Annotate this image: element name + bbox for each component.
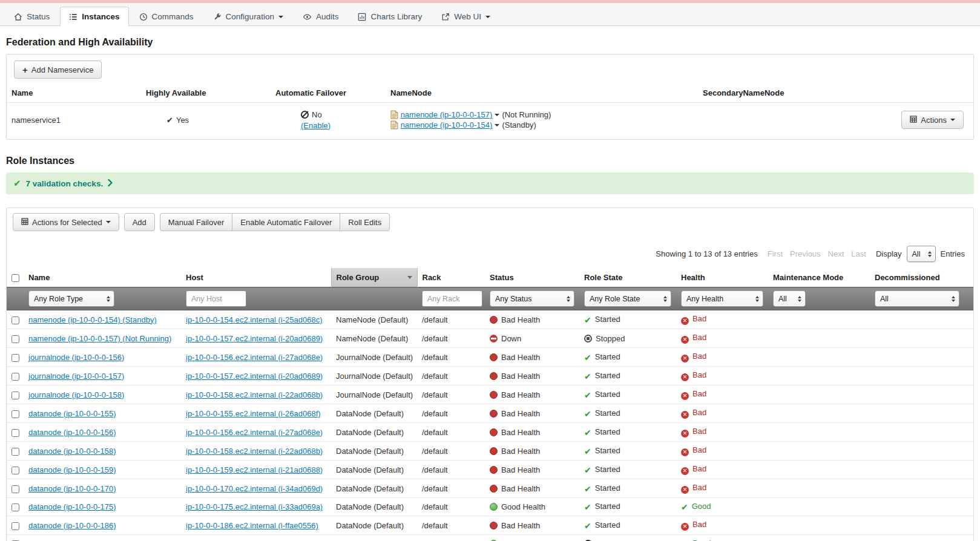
- row-checkbox[interactable]: [12, 485, 19, 493]
- host-link[interactable]: ip-10-0-0-186.ec2.internal (i-ffae0556): [186, 521, 318, 530]
- namenode-state: (Standby): [502, 120, 536, 130]
- enable-failover-link[interactable]: (Enable): [301, 121, 331, 130]
- manual-failover-button[interactable]: Manual Failover: [160, 213, 233, 231]
- instances-toolbar: Actions for Selected Add Manual Failover…: [7, 208, 973, 236]
- last-page-link[interactable]: Last: [851, 249, 866, 258]
- status-filter[interactable]: Any Status: [490, 290, 574, 307]
- host-link[interactable]: ip-10-0-0-154.ec2.internal (i-25ad068c): [186, 315, 322, 324]
- validation-banner[interactable]: ✔ 7 validation checks.: [6, 172, 974, 194]
- status-cell: None: [485, 535, 579, 541]
- row-checkbox[interactable]: [12, 448, 19, 456]
- validation-checks-link[interactable]: 7 validation checks.: [26, 179, 104, 188]
- role-instance-link[interactable]: datanode (ip-10-0-0-159): [28, 465, 116, 474]
- role-state-icon: [584, 465, 591, 475]
- federation-table: Name Highly Available Automatic Failover…: [7, 84, 973, 139]
- add-nameservice-button[interactable]: + Add Nameservice: [14, 61, 102, 79]
- role-group-cell: DataNode (Default): [331, 516, 417, 535]
- row-checkbox[interactable]: [12, 410, 19, 418]
- row-checkbox[interactable]: [12, 335, 19, 343]
- host-link[interactable]: ip-10-0-0-156.ec2.internal (i-27ad068e): [186, 428, 323, 437]
- col-status[interactable]: Status: [485, 268, 579, 287]
- tab-configuration[interactable]: Configuration: [204, 7, 292, 26]
- decommissioned-filter-value: All: [880, 295, 889, 303]
- row-checkbox[interactable]: [12, 354, 19, 362]
- tab-web-ui[interactable]: Web UI: [432, 7, 499, 26]
- role-instance-link[interactable]: datanode (ip-10-0-0-175): [28, 502, 116, 511]
- tab-charts-library[interactable]: Charts Library: [349, 7, 431, 26]
- role-state-label: Started: [595, 390, 620, 399]
- maintenance-mode-filter[interactable]: All: [773, 290, 806, 307]
- tab-audits[interactable]: Audits: [294, 7, 348, 26]
- maintenance-mode-cell: [768, 442, 870, 461]
- role-group-cell: DataNode (Default): [331, 479, 417, 498]
- status-cell: Bad Health: [485, 423, 579, 442]
- role-instance-link[interactable]: journalnode (ip-10-0-0-157): [28, 372, 124, 381]
- role-instance-link[interactable]: datanode (ip-10-0-0-158): [28, 447, 116, 456]
- health-filter[interactable]: Any Health: [681, 290, 763, 307]
- col-host[interactable]: Host: [181, 268, 331, 287]
- col-name[interactable]: Name: [24, 268, 181, 287]
- row-checkbox[interactable]: [12, 522, 19, 530]
- nameservice-actions-button[interactable]: Actions: [901, 111, 964, 129]
- host-link[interactable]: ip-10-0-0-156.ec2.internal (i-27ad068e): [186, 353, 323, 362]
- host-link[interactable]: ip-10-0-0-159.ec2.internal (i-21ad0688): [186, 465, 323, 474]
- role-state-filter[interactable]: Any Role State: [584, 290, 671, 307]
- row-checkbox[interactable]: [12, 373, 19, 381]
- host-link[interactable]: ip-10-0-0-157.ec2.internal (i-20ad0689): [186, 334, 323, 343]
- table-row: datanode (ip-10-0-0-155) ip-10-0-0-155.e…: [7, 404, 973, 423]
- decommissioned-filter[interactable]: All: [875, 290, 959, 307]
- table-row: datanode (ip-10-0-0-158) ip-10-0-0-158.e…: [7, 442, 973, 461]
- role-instance-link[interactable]: datanode (ip-10-0-0-170): [28, 484, 116, 493]
- role-instance-link[interactable]: datanode (ip-10-0-0-156): [28, 428, 116, 437]
- col-decommissioned[interactable]: Decommissioned: [870, 268, 973, 287]
- host-link[interactable]: ip-10-0-0-157.ec2.internal (i-20ad0689): [186, 372, 323, 381]
- host-link[interactable]: ip-10-0-0-175.ec2.internal (i-33ad069a): [186, 502, 323, 511]
- role-instance-link[interactable]: namenode (ip-10-0-0-154) (Standby): [28, 315, 157, 324]
- host-link[interactable]: ip-10-0-0-155.ec2.internal (i-26ad068f): [186, 409, 321, 418]
- actions-for-selected-button[interactable]: Actions for Selected: [13, 213, 119, 231]
- status-cell: Bad Health: [485, 367, 579, 385]
- col-maintenance-mode[interactable]: Maintenance Mode: [768, 268, 870, 287]
- role-instance-link[interactable]: journalnode (ip-10-0-0-156): [28, 353, 124, 362]
- row-checkbox[interactable]: [12, 316, 19, 324]
- namenode-menu-caret-icon[interactable]: [495, 114, 499, 116]
- namenode-link[interactable]: namenode (ip-10-0-0-157): [401, 110, 493, 119]
- table-row: datanode (ip-10-0-0-159) ip-10-0-0-159.e…: [7, 461, 973, 479]
- role-instance-link[interactable]: namenode (ip-10-0-0-157) (Not Running): [28, 334, 171, 343]
- display-entries-select[interactable]: All: [907, 246, 936, 262]
- row-checkbox[interactable]: [12, 503, 19, 511]
- status-label: Bad Health: [501, 447, 540, 456]
- row-checkbox[interactable]: [12, 392, 19, 399]
- add-button[interactable]: Add: [124, 213, 155, 231]
- col-role-group[interactable]: Role Group: [331, 268, 417, 287]
- host-link[interactable]: ip-10-0-0-158.ec2.internal (i-22ad068b): [186, 447, 323, 456]
- first-page-link[interactable]: First: [768, 249, 783, 258]
- next-page-link[interactable]: Next: [828, 249, 844, 258]
- row-checkbox[interactable]: [12, 429, 19, 437]
- row-checkbox[interactable]: [12, 467, 19, 474]
- col-rack[interactable]: Rack: [417, 268, 485, 287]
- role-instance-link[interactable]: journalnode (ip-10-0-0-158): [28, 390, 124, 399]
- rack-filter-input[interactable]: [422, 290, 482, 307]
- role-type-filter[interactable]: Any Role Type: [28, 290, 114, 307]
- tab-status[interactable]: Status: [5, 7, 59, 26]
- select-all-checkbox[interactable]: [12, 274, 19, 282]
- tab-instances[interactable]: Instances: [60, 7, 128, 26]
- health-cell: Bad: [676, 479, 768, 498]
- previous-page-link[interactable]: Previous: [790, 249, 821, 258]
- host-filter-input[interactable]: [186, 290, 246, 307]
- role-instance-link[interactable]: datanode (ip-10-0-0-186): [28, 521, 116, 530]
- role-instance-link[interactable]: datanode (ip-10-0-0-155): [28, 409, 116, 418]
- roll-edits-button[interactable]: Roll Edits: [340, 213, 390, 231]
- namenode-link[interactable]: namenode (ip-10-0-0-154): [401, 120, 493, 130]
- enable-automatic-failover-button[interactable]: Enable Automatic Failover: [232, 213, 340, 231]
- col-health[interactable]: Health: [676, 268, 768, 287]
- status-filter-value: Any Status: [495, 295, 531, 303]
- status-icon: [490, 410, 498, 418]
- host-link[interactable]: ip-10-0-0-170.ec2.internal (i-34ad069d): [186, 484, 323, 493]
- host-link[interactable]: ip-10-0-0-158.ec2.internal (i-22ad068b): [186, 390, 323, 399]
- col-role-state[interactable]: Role State: [579, 268, 676, 287]
- decommissioned-cell: [870, 535, 973, 541]
- tab-commands[interactable]: Commands: [130, 7, 203, 26]
- namenode-menu-caret-icon[interactable]: [495, 124, 499, 126]
